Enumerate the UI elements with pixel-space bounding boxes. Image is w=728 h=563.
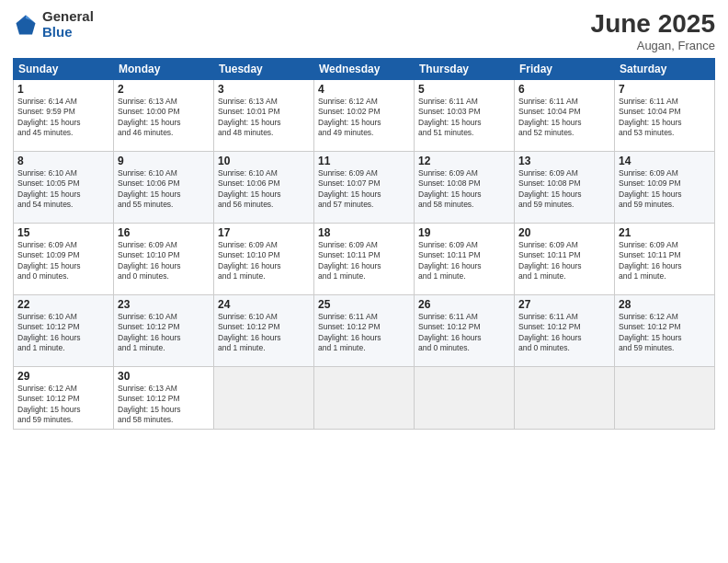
calendar-cell [615,367,715,430]
day-number: 17 [218,226,310,239]
day-number: 25 [318,298,410,311]
calendar-week-4: 29Sunrise: 6:12 AM Sunset: 10:12 PM Dayl… [14,367,715,430]
day-number: 28 [619,298,711,311]
calendar-cell [515,367,615,430]
day-info: Sunrise: 6:09 AM Sunset: 10:11 PM Daylig… [318,240,410,282]
day-info: Sunrise: 6:11 AM Sunset: 10:12 PM Daylig… [518,312,610,354]
day-number: 27 [518,298,610,311]
calendar-cell: 18Sunrise: 6:09 AM Sunset: 10:11 PM Dayl… [314,224,415,295]
calendar-cell: 22Sunrise: 6:10 AM Sunset: 10:12 PM Dayl… [14,295,114,367]
calendar-cell: 15Sunrise: 6:09 AM Sunset: 10:09 PM Dayl… [14,224,114,295]
calendar-cell: 23Sunrise: 6:10 AM Sunset: 10:12 PM Dayl… [114,295,214,367]
calendar-cell: 5Sunrise: 6:11 AM Sunset: 10:03 PM Dayli… [415,80,515,152]
calendar-cell: 4Sunrise: 6:12 AM Sunset: 10:02 PM Dayli… [314,80,415,152]
day-header-saturday: Saturday [615,59,715,80]
calendar-week-0: 1Sunrise: 6:14 AM Sunset: 9:59 PM Daylig… [14,80,715,152]
month-title: June 2025 [591,9,715,39]
day-number: 14 [619,155,711,167]
logo: General Blue [13,9,94,40]
day-info: Sunrise: 6:09 AM Sunset: 10:07 PM Daylig… [318,168,410,211]
calendar-cell: 19Sunrise: 6:09 AM Sunset: 10:11 PM Dayl… [415,224,515,295]
day-info: Sunrise: 6:14 AM Sunset: 9:59 PM Dayligh… [17,97,109,139]
logo-text: General Blue [42,9,94,40]
day-info: Sunrise: 6:10 AM Sunset: 10:06 PM Daylig… [218,168,310,211]
day-number: 7 [619,83,711,96]
day-info: Sunrise: 6:11 AM Sunset: 10:03 PM Daylig… [418,97,510,139]
day-info: Sunrise: 6:13 AM Sunset: 10:01 PM Daylig… [218,97,310,139]
day-info: Sunrise: 6:09 AM Sunset: 10:09 PM Daylig… [17,240,109,282]
calendar-cell: 16Sunrise: 6:09 AM Sunset: 10:10 PM Dayl… [114,224,214,295]
day-header-wednesday: Wednesday [314,59,415,80]
day-number: 26 [418,298,510,311]
day-info: Sunrise: 6:09 AM Sunset: 10:08 PM Daylig… [518,168,610,211]
day-number: 1 [17,83,109,96]
day-info: Sunrise: 6:09 AM Sunset: 10:10 PM Daylig… [218,240,310,282]
calendar-cell: 9Sunrise: 6:10 AM Sunset: 10:06 PM Dayli… [114,152,214,224]
day-header-thursday: Thursday [415,59,515,80]
day-info: Sunrise: 6:09 AM Sunset: 10:09 PM Daylig… [619,168,711,211]
day-info: Sunrise: 6:11 AM Sunset: 10:12 PM Daylig… [318,312,410,354]
day-header-friday: Friday [515,59,615,80]
day-info: Sunrise: 6:10 AM Sunset: 10:12 PM Daylig… [17,312,109,354]
day-number: 20 [518,226,610,239]
day-number: 6 [518,83,610,96]
day-number: 16 [118,226,210,239]
day-number: 29 [17,370,109,383]
day-number: 12 [418,155,510,167]
logo-general-text: General [42,9,94,25]
day-info: Sunrise: 6:12 AM Sunset: 10:02 PM Daylig… [318,97,410,139]
day-number: 3 [218,83,310,96]
calendar-cell: 25Sunrise: 6:11 AM Sunset: 10:12 PM Dayl… [314,295,415,367]
calendar-cell: 10Sunrise: 6:10 AM Sunset: 10:06 PM Dayl… [214,152,314,224]
logo-blue-text: Blue [42,25,94,40]
calendar-cell: 6Sunrise: 6:11 AM Sunset: 10:04 PM Dayli… [515,80,615,152]
day-number: 15 [17,226,109,239]
header: General Blue June 2025 Augan, France [13,9,715,52]
location: Augan, France [591,39,715,52]
day-number: 13 [518,155,610,167]
day-number: 4 [318,83,410,96]
day-number: 9 [118,155,210,167]
day-info: Sunrise: 6:10 AM Sunset: 10:06 PM Daylig… [118,168,210,211]
calendar-cell: 14Sunrise: 6:09 AM Sunset: 10:09 PM Dayl… [615,152,715,224]
calendar-cell: 20Sunrise: 6:09 AM Sunset: 10:11 PM Dayl… [515,224,615,295]
calendar-cell: 13Sunrise: 6:09 AM Sunset: 10:08 PM Dayl… [515,152,615,224]
day-number: 11 [318,155,410,167]
day-header-monday: Monday [114,59,214,80]
calendar-cell: 29Sunrise: 6:12 AM Sunset: 10:12 PM Dayl… [14,367,114,430]
calendar-cell: 2Sunrise: 6:13 AM Sunset: 10:00 PM Dayli… [114,80,214,152]
day-number: 22 [17,298,109,311]
day-info: Sunrise: 6:10 AM Sunset: 10:12 PM Daylig… [118,312,210,354]
calendar-cell [214,367,314,430]
calendar-cell: 17Sunrise: 6:09 AM Sunset: 10:10 PM Dayl… [214,224,314,295]
day-info: Sunrise: 6:12 AM Sunset: 10:12 PM Daylig… [17,384,109,426]
page: General Blue June 2025 Augan, France Sun… [0,0,728,563]
header-row: SundayMondayTuesdayWednesdayThursdayFrid… [14,59,715,80]
day-number: 8 [17,155,109,167]
calendar-cell: 28Sunrise: 6:12 AM Sunset: 10:12 PM Dayl… [615,295,715,367]
day-number: 2 [118,83,210,96]
day-info: Sunrise: 6:13 AM Sunset: 10:12 PM Daylig… [118,384,210,426]
day-header-sunday: Sunday [14,59,114,80]
logo-icon [13,12,39,38]
day-number: 23 [118,298,210,311]
calendar-cell: 12Sunrise: 6:09 AM Sunset: 10:08 PM Dayl… [415,152,515,224]
calendar-cell [314,367,415,430]
day-info: Sunrise: 6:09 AM Sunset: 10:11 PM Daylig… [418,240,510,282]
day-number: 21 [619,226,711,239]
calendar: SundayMondayTuesdayWednesdayThursdayFrid… [13,58,715,430]
title-block: June 2025 Augan, France [591,9,715,52]
day-info: Sunrise: 6:10 AM Sunset: 10:12 PM Daylig… [218,312,310,354]
calendar-cell: 21Sunrise: 6:09 AM Sunset: 10:11 PM Dayl… [615,224,715,295]
day-number: 19 [418,226,510,239]
day-info: Sunrise: 6:09 AM Sunset: 10:11 PM Daylig… [518,240,610,282]
calendar-cell: 1Sunrise: 6:14 AM Sunset: 9:59 PM Daylig… [14,80,114,152]
day-info: Sunrise: 6:12 AM Sunset: 10:12 PM Daylig… [619,312,711,354]
calendar-cell: 24Sunrise: 6:10 AM Sunset: 10:12 PM Dayl… [214,295,314,367]
day-number: 10 [218,155,310,167]
day-info: Sunrise: 6:09 AM Sunset: 10:08 PM Daylig… [418,168,510,211]
calendar-cell: 30Sunrise: 6:13 AM Sunset: 10:12 PM Dayl… [114,367,214,430]
day-number: 5 [418,83,510,96]
day-info: Sunrise: 6:10 AM Sunset: 10:05 PM Daylig… [17,168,109,211]
day-number: 24 [218,298,310,311]
